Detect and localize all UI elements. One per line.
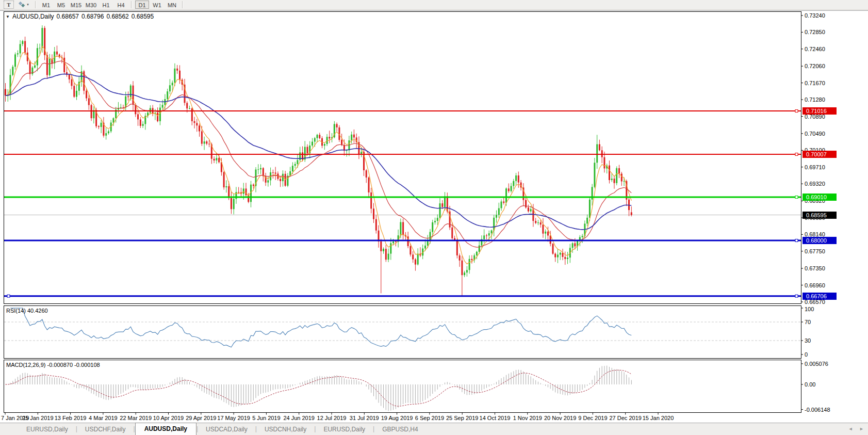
line-handle-right[interactable] — [795, 295, 798, 297]
price-tick-label: 0.66570 — [805, 299, 825, 305]
price-tick-label: 0.69710 — [805, 164, 825, 170]
tab-usdchf-daily[interactable]: USDCHF,Daily — [77, 424, 134, 435]
price-tick-label: 0.72060 — [805, 63, 825, 69]
line-handle-right[interactable] — [795, 153, 798, 156]
date-label: 4 Mar 2019 — [89, 415, 118, 421]
timeframe-button-d1[interactable]: D1 — [135, 1, 149, 9]
rsi-tick-label: 100 — [805, 306, 814, 312]
text-tool-button[interactable]: T — [4, 1, 14, 9]
line-price-label: 0.70007 — [803, 151, 837, 158]
line-price-label: 0.66706 — [803, 293, 837, 300]
price-tick-label: 0.67750 — [805, 248, 825, 254]
timeframe-button-m1[interactable]: M1 — [39, 1, 53, 9]
date-label: 5 Jun 2019 — [252, 415, 280, 421]
toolbar-separator — [35, 1, 36, 8]
date-label: 31 Jul 2019 — [350, 415, 379, 421]
tab-scroll-arrows: ◄ ► — [843, 426, 864, 431]
macd-title: MACD(12,26,9) -0.000870 -0.000108 — [6, 362, 100, 368]
tab-usdcnh-daily[interactable]: USDCNH,Daily — [257, 424, 314, 435]
rsi-tick-label: 0 — [805, 351, 808, 358]
price-tick-label: 0.69320 — [805, 181, 825, 187]
chart-header: ▼AUDUSD,Daily0.686570.687960.685620.6859… — [6, 13, 154, 20]
tab-eurusd-daily[interactable]: EURUSD,Daily — [316, 424, 373, 435]
date-label: 19 Aug 2019 — [381, 415, 413, 421]
chart-tab-bar: EURUSD,Daily|USDCHF,Daily|AUDUSD,Daily|U… — [0, 423, 868, 435]
price-tick-label: 0.70490 — [805, 131, 825, 137]
tab-gbpusd-h4[interactable]: GBPUSD,H4 — [374, 424, 425, 435]
date-label: 22 Mar 2019 — [120, 415, 152, 421]
tab-usdcad-daily[interactable]: USDCAD,Daily — [198, 424, 255, 435]
macd-tick-label: -0.006148 — [805, 407, 830, 413]
toolbar-separator — [131, 1, 132, 8]
date-label: 15 Jan 2020 — [643, 415, 674, 421]
object-style-button[interactable]: ▾ — [15, 1, 31, 9]
price-tick-label: 0.67350 — [805, 265, 825, 271]
line-handle-left[interactable] — [7, 295, 10, 297]
price-tick-label: 0.72460 — [805, 46, 825, 52]
rsi-title: RSI(14) 40.4260 — [6, 308, 48, 314]
chart-canvas[interactable] — [0, 0, 868, 423]
price-tick-label: 0.71280 — [805, 96, 825, 103]
line-price-label: 0.71016 — [803, 107, 837, 115]
date-label: 17 May 2019 — [217, 415, 250, 421]
tab-audusd-daily[interactable]: AUDUSD,Daily — [135, 423, 196, 435]
date-label: 1 Nov 2019 — [513, 415, 542, 421]
chart-symbol-label: AUDUSD,Daily — [12, 13, 54, 20]
date-label: 6 Sep 2019 — [415, 415, 444, 421]
date-label: 25 Sep 2019 — [446, 415, 478, 421]
line-price-label: 0.68000 — [803, 237, 837, 244]
line-handle-right[interactable] — [795, 110, 798, 112]
date-label: 13 Feb 2019 — [55, 415, 87, 421]
open-value: 0.68657 — [57, 13, 79, 20]
date-label: 14 Oct 2019 — [480, 415, 511, 421]
price-tick-label: 0.73240 — [805, 12, 825, 19]
date-axis[interactable]: 7 Jan 201925 Jan 201913 Feb 20194 Mar 20… — [0, 413, 803, 422]
timeframe-button-w1[interactable]: W1 — [150, 1, 164, 9]
date-label: 10 Apr 2019 — [153, 415, 184, 421]
mt4-chart-window: T ▾ M1M5M15M30H1H4D1W1MN ▼AUDUSD,Daily0.… — [0, 0, 868, 435]
chart-collapse-icon[interactable]: ▼ — [6, 14, 10, 19]
diamonds-icon — [18, 2, 26, 8]
price-tick-label: 0.71670 — [805, 80, 825, 86]
timeframe-button-m15[interactable]: M15 — [69, 1, 83, 9]
toolbar-separator — [182, 1, 183, 8]
high-value: 0.68796 — [81, 13, 104, 20]
price-tick-label: 0.66960 — [805, 282, 825, 288]
tab-scroll-right-icon[interactable]: ► — [859, 426, 864, 431]
current-price-label: 0.68595 — [803, 212, 837, 219]
low-value: 0.68562 — [106, 13, 128, 20]
date-label: 20 Nov 2019 — [544, 415, 576, 421]
timeframe-button-h4[interactable]: H4 — [114, 1, 128, 9]
line-handle-right[interactable] — [795, 239, 798, 242]
tab-scroll-left-icon[interactable]: ◄ — [848, 426, 853, 431]
chart-toolbar: T ▾ M1M5M15M30H1H4D1W1MN — [0, 0, 868, 10]
rsi-tick-label: 30 — [805, 337, 811, 344]
line-price-label: 0.69010 — [803, 194, 837, 201]
close-value: 0.68595 — [132, 13, 154, 20]
date-label: 25 Jan 2019 — [22, 415, 54, 421]
timeframe-button-m30[interactable]: M30 — [84, 1, 98, 9]
rsi-tick-label: 70 — [805, 319, 811, 325]
tab-eurusd-daily[interactable]: EURUSD,Daily — [19, 424, 76, 435]
date-label: 29 Apr 2019 — [186, 415, 216, 421]
timeframe-group: M1M5M15M30H1H4D1W1MN — [39, 0, 186, 10]
date-label: 9 Dec 2019 — [578, 415, 607, 421]
macd-tick-label: 0.005076 — [805, 361, 828, 367]
date-label: 27 Dec 2019 — [609, 415, 641, 421]
date-label: 12 Jul 2019 — [317, 415, 347, 421]
timeframe-button-mn[interactable]: MN — [165, 1, 179, 9]
timeframe-button-m5[interactable]: M5 — [54, 1, 68, 9]
timeframe-button-h1[interactable]: H1 — [99, 1, 113, 9]
main-chart-frame — [4, 12, 801, 304]
dropdown-caret-icon: ▾ — [27, 3, 29, 7]
price-tick-label: 0.72850 — [805, 29, 825, 35]
line-handle-right[interactable] — [795, 196, 798, 198]
date-label: 24 Jun 2019 — [283, 415, 315, 421]
macd-tick-label: 0.00 — [805, 381, 815, 388]
